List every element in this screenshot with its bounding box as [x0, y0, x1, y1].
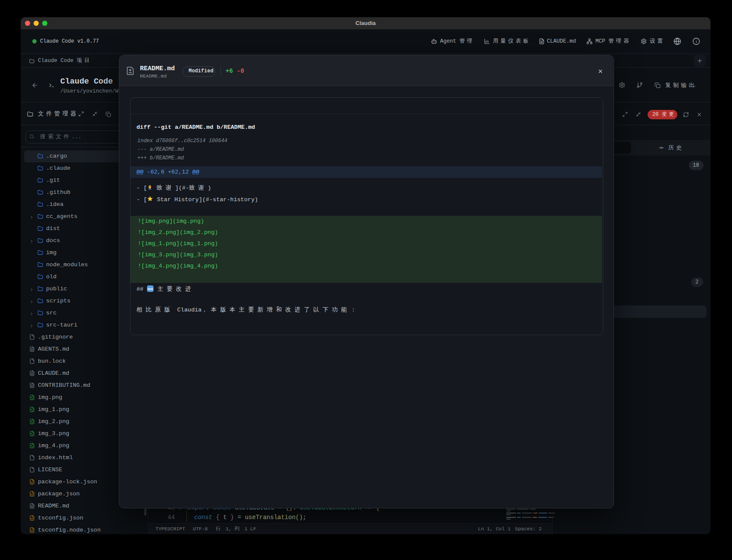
svg-text:NEW: NEW — [148, 288, 153, 290]
